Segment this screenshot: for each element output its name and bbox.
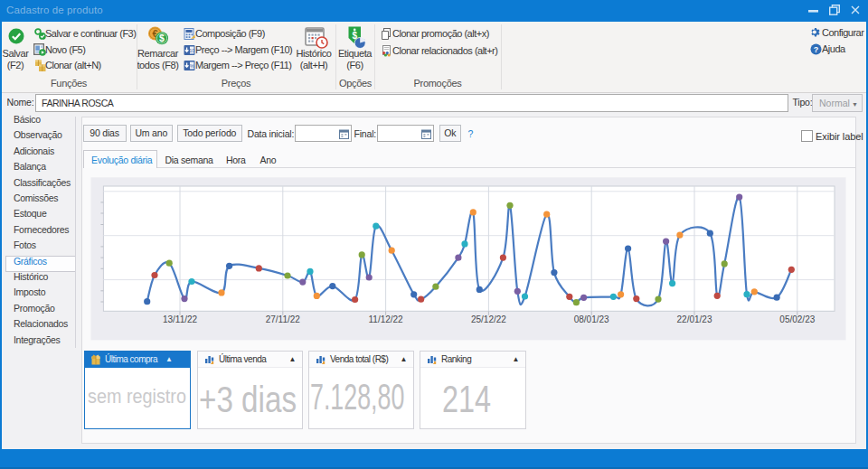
svg-text:11/12/22: 11/12/22 — [369, 314, 404, 324]
svg-text:08/01/23: 08/01/23 — [574, 314, 609, 324]
svg-text:05/02/23: 05/02/23 — [779, 314, 815, 324]
svg-text:27/11/22: 27/11/22 — [266, 314, 301, 324]
svg-text:25/12/22: 25/12/22 — [471, 314, 506, 324]
svg-text:22/01/23: 22/01/23 — [677, 314, 712, 324]
svg-text:13/11/22: 13/11/22 — [163, 314, 198, 324]
